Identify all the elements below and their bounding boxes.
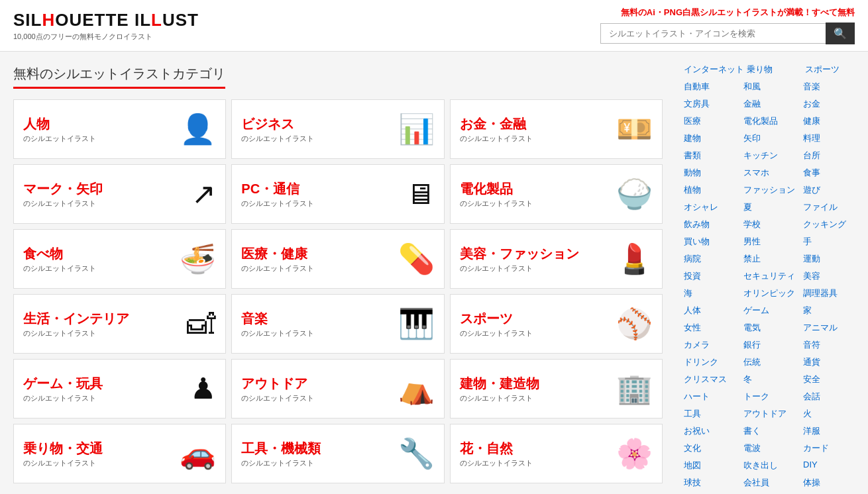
category-card-10[interactable]: 音楽 のシルエットイラスト 🎹 (231, 294, 444, 354)
sidebar-link-12-2[interactable]: 美容 (802, 268, 861, 284)
category-card-11[interactable]: スポーツ のシルエットイラスト ⚾ (450, 294, 663, 354)
category-card-0[interactable]: 人物 のシルエットイラスト 👤 (13, 99, 226, 159)
sidebar-link-16-2[interactable]: 音符 (802, 337, 861, 353)
sidebar-link-15-0[interactable]: 女性 (682, 320, 742, 336)
sidebar-row-14: 人体ゲーム家 (682, 303, 861, 319)
category-card-12[interactable]: ゲーム・玩具 のシルエットイラスト ♟ (13, 359, 226, 419)
category-card-16[interactable]: 工具・機械類 のシルエットイラスト 🔧 (231, 424, 444, 483)
sidebar-link-8-1[interactable]: 夏 (742, 199, 802, 215)
sidebar-link-1-1[interactable]: 和風 (742, 79, 802, 95)
category-card-6[interactable]: 食べ物 のシルエットイラスト 🍜 (13, 229, 226, 289)
sidebar-link-17-1[interactable]: 伝統 (742, 354, 802, 370)
sidebar-link-17-0[interactable]: ドリンク (682, 354, 742, 370)
sidebar-link-4-1[interactable]: 矢印 (742, 130, 802, 146)
sidebar-link-6-2[interactable]: 食事 (802, 165, 861, 181)
sidebar-link-6-0[interactable]: 動物 (682, 165, 742, 181)
sidebar-link-4-0[interactable]: 建物 (682, 130, 742, 146)
sidebar-link-13-0[interactable]: 海 (682, 285, 742, 301)
sidebar-link-10-0[interactable]: 買い物 (682, 234, 742, 250)
sidebar-link-16-0[interactable]: カメラ (682, 337, 742, 353)
sidebar-link-14-0[interactable]: 人体 (682, 303, 742, 319)
sidebar-link-23-1[interactable]: 吹き出し (742, 458, 802, 473)
sidebar-link-15-1[interactable]: 電気 (742, 320, 802, 336)
sidebar-link-5-1[interactable]: キッチン (742, 148, 802, 164)
category-card-17[interactable]: 花・自然 のシルエットイラスト 🌸 (450, 424, 663, 483)
sidebar-link-22-2[interactable]: カード (802, 440, 861, 456)
sidebar-link-10-2[interactable]: 手 (802, 234, 861, 250)
sidebar-link-8-0[interactable]: オシャレ (682, 199, 742, 215)
sidebar-link-4-2[interactable]: 料理 (802, 130, 861, 146)
sidebar-link-23-0[interactable]: 地図 (682, 458, 742, 473)
sidebar-link-7-2[interactable]: 遊び (802, 182, 861, 198)
sidebar-link-20-1[interactable]: アウトドア (742, 406, 802, 422)
sidebar-link-14-1[interactable]: ゲーム (742, 303, 802, 319)
sidebar-link-20-2[interactable]: 火 (802, 406, 861, 422)
sidebar-link-18-2[interactable]: 安全 (802, 371, 861, 387)
sidebar-link-21-0[interactable]: お祝い (682, 423, 742, 439)
sidebar-link-9-1[interactable]: 学校 (742, 217, 802, 232)
sidebar-link-3-2[interactable]: 健康 (802, 113, 861, 129)
sidebar-link-13-1[interactable]: オリンピック (742, 285, 802, 301)
sidebar-link-1-2[interactable]: 音楽 (802, 79, 861, 95)
cat-card-title: アウトドア (241, 375, 392, 392)
sidebar-link-7-1[interactable]: ファッション (742, 182, 802, 198)
sidebar-link-22-0[interactable]: 文化 (682, 440, 742, 456)
sidebar-link-9-2[interactable]: クッキング (802, 217, 861, 232)
sidebar-link-19-1[interactable]: トーク (742, 389, 802, 405)
sidebar-link-5-2[interactable]: 台所 (802, 148, 861, 164)
cat-card-icon: ⛺ (398, 374, 435, 403)
sidebar-link-24-0[interactable]: 球技 (682, 475, 742, 491)
sidebar-link-14-2[interactable]: 家 (802, 303, 861, 319)
sidebar-link-0-2[interactable]: スポーツ (804, 62, 862, 77)
sidebar-link-16-1[interactable]: 銀行 (742, 337, 802, 353)
sidebar-link-19-2[interactable]: 会話 (802, 389, 861, 405)
sidebar-link-15-2[interactable]: アニマル (802, 320, 861, 336)
sidebar-link-21-2[interactable]: 洋服 (802, 423, 861, 439)
sidebar-link-9-0[interactable]: 飲み物 (682, 217, 742, 232)
search-button[interactable]: 🔍 (826, 23, 855, 44)
category-card-14[interactable]: 建物・建造物 のシルエットイラスト 🏢 (450, 359, 663, 419)
sidebar-link-0-1[interactable]: 乗り物 (745, 62, 804, 77)
sidebar-link-23-2[interactable]: DIY (802, 458, 861, 473)
sidebar-link-18-0[interactable]: クリスマス (682, 371, 742, 387)
category-card-1[interactable]: ビジネス のシルエットイラスト 📊 (231, 99, 444, 159)
sidebar-link-1-0[interactable]: 自動車 (682, 79, 742, 95)
sidebar-link-20-0[interactable]: 工具 (682, 406, 742, 422)
category-card-15[interactable]: 乗り物・交通 のシルエットイラスト 🚗 (13, 424, 226, 483)
sidebar-link-2-0[interactable]: 文房具 (682, 96, 742, 112)
category-card-3[interactable]: マーク・矢印 のシルエットイラスト ↗ (13, 164, 226, 224)
category-card-2[interactable]: お金・金融 のシルエットイラスト 💴 (450, 99, 663, 159)
sidebar-link-24-1[interactable]: 会社員 (742, 475, 802, 491)
sidebar-link-3-1[interactable]: 電化製品 (742, 113, 802, 129)
sidebar-link-0-0[interactable]: インターネット (682, 62, 745, 77)
sidebar-link-21-1[interactable]: 書く (742, 423, 802, 439)
category-card-5[interactable]: 電化製品 のシルエットイラスト 🍚 (450, 164, 663, 224)
cat-card-sub: のシルエットイラスト (23, 328, 182, 338)
sidebar-link-11-2[interactable]: 運動 (802, 251, 861, 267)
sidebar-link-17-2[interactable]: 通貨 (802, 354, 861, 370)
sidebar-link-7-0[interactable]: 植物 (682, 182, 742, 198)
sidebar-link-10-1[interactable]: 男性 (742, 234, 802, 250)
sidebar-link-12-0[interactable]: 投資 (682, 268, 742, 284)
category-card-13[interactable]: アウトドア のシルエットイラスト ⛺ (231, 359, 444, 419)
search-input[interactable] (600, 23, 826, 44)
sidebar-link-6-1[interactable]: スマホ (742, 165, 802, 181)
sidebar-link-12-1[interactable]: セキュリティ (742, 268, 802, 284)
category-card-4[interactable]: PC・通信 のシルエットイラスト 🖥 (231, 164, 444, 224)
sidebar-link-11-1[interactable]: 禁止 (742, 251, 802, 267)
sidebar-link-13-2[interactable]: 調理器具 (802, 285, 861, 301)
sidebar-link-11-0[interactable]: 病院 (682, 251, 742, 267)
sidebar-link-5-0[interactable]: 書類 (682, 148, 742, 164)
sidebar-link-19-0[interactable]: ハート (682, 389, 742, 405)
sidebar-link-22-1[interactable]: 電波 (742, 440, 802, 456)
logo-area: SILHOUETTE ILLUST 10,000点のフリーの無料モノクロイラスト (13, 10, 199, 42)
category-card-9[interactable]: 生活・インテリア のシルエットイラスト 🛋 (13, 294, 226, 354)
category-card-7[interactable]: 医療・健康 のシルエットイラスト 💊 (231, 229, 444, 289)
sidebar-link-24-2[interactable]: 体操 (802, 475, 861, 491)
sidebar-link-18-1[interactable]: 冬 (742, 371, 802, 387)
sidebar-link-3-0[interactable]: 医療 (682, 113, 742, 129)
sidebar-link-2-2[interactable]: お金 (802, 96, 861, 112)
sidebar-link-8-2[interactable]: ファイル (802, 199, 861, 215)
category-card-8[interactable]: 美容・ファッション のシルエットイラスト 💄 (450, 229, 663, 289)
sidebar-link-2-1[interactable]: 金融 (742, 96, 802, 112)
